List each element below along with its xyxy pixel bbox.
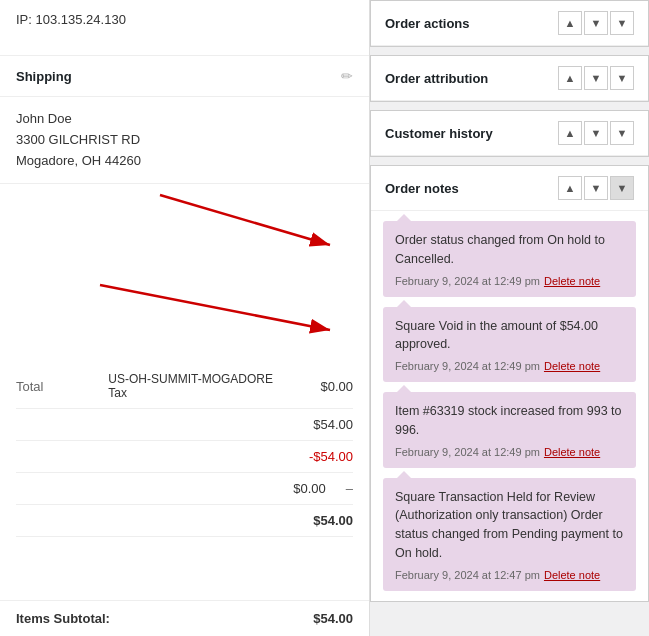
order-attribution-down-btn[interactable]: ▼ (584, 66, 608, 90)
note-item-2: Square Void in the amount of $54.00 appr… (383, 307, 636, 383)
note-2-text: Square Void in the amount of $54.00 appr… (395, 317, 624, 355)
discount-amount: -$54.00 (293, 449, 353, 464)
shipping-name: John Doe (16, 109, 353, 130)
svg-line-2 (100, 285, 330, 330)
note-2-date: February 9, 2024 at 12:49 pm (395, 360, 540, 372)
order-notes-down-btn[interactable]: ▼ (584, 176, 608, 200)
order-actions-up-btn[interactable]: ▲ (558, 11, 582, 35)
shipping-section-header: Shipping ✏ (0, 56, 369, 97)
note-item-1: Order status changed from On hold to Can… (383, 221, 636, 297)
order-actions-toggle-btn[interactable]: ▼ (610, 11, 634, 35)
order-attribution-title: Order attribution (385, 71, 488, 86)
order-actions-title: Order actions (385, 16, 470, 31)
net-dash: – (346, 481, 353, 496)
note-1-delete[interactable]: Delete note (544, 275, 600, 287)
tax-row: Total US-OH-SUMMIT-MOGADORE Tax $0.00 (16, 364, 353, 409)
order-actions-panel: Order actions ▲ ▼ ▼ (370, 0, 649, 47)
note-3-date: February 9, 2024 at 12:49 pm (395, 446, 540, 458)
svg-line-1 (160, 195, 330, 245)
customer-history-toggle-btn[interactable]: ▼ (610, 121, 634, 145)
order-actions-down-btn[interactable]: ▼ (584, 11, 608, 35)
shipping-title: Shipping (16, 69, 72, 84)
left-panel: IP: 103.135.24.130 Shipping ✏ John Doe 3… (0, 0, 370, 636)
note-1-meta: February 9, 2024 at 12:49 pm Delete note (395, 275, 624, 287)
tax-amount: $0.00 (293, 379, 353, 394)
customer-history-controls: ▲ ▼ ▼ (558, 121, 634, 145)
note-4-text: Square Transaction Held for Review (Auth… (395, 488, 624, 563)
note-item-3: Item #63319 stock increased from 993 to … (383, 392, 636, 468)
items-subtotal-value: $54.00 (313, 611, 353, 626)
subtotal-amount: $54.00 (293, 417, 353, 432)
note-3-text: Item #63319 stock increased from 993 to … (395, 402, 624, 440)
net-row: $0.00 – (16, 473, 353, 505)
shipping-edit-icon[interactable]: ✏ (341, 68, 353, 84)
order-attribution-toggle-btn[interactable]: ▼ (610, 66, 634, 90)
items-subtotal-label: Items Subtotal: (16, 611, 110, 626)
tax-name: US-OH-SUMMIT-MOGADORE Tax (108, 372, 293, 400)
shipping-address: John Doe 3300 GILCHRIST RD Mogadore, OH … (0, 97, 369, 184)
order-notes-header: Order notes ▲ ▼ ▼ (371, 166, 648, 211)
order-actions-header: Order actions ▲ ▼ ▼ (371, 1, 648, 46)
order-notes-controls: ▲ ▼ ▼ (558, 176, 634, 200)
subtotal-row: $54.00 (16, 409, 353, 441)
customer-history-header: Customer history ▲ ▼ ▼ (371, 111, 648, 156)
grand-total-amount: $54.00 (293, 513, 353, 528)
order-attribution-up-btn[interactable]: ▲ (558, 66, 582, 90)
note-3-meta: February 9, 2024 at 12:49 pm Delete note (395, 446, 624, 458)
shipping-street: 3300 GILCHRIST RD (16, 130, 353, 151)
order-notes-toggle-btn[interactable]: ▼ (610, 176, 634, 200)
order-attribution-panel: Order attribution ▲ ▼ ▼ (370, 55, 649, 102)
right-panel: Order actions ▲ ▼ ▼ Order attribution ▲ … (370, 0, 649, 636)
customer-history-title: Customer history (385, 126, 493, 141)
items-subtotal-row: Items Subtotal: $54.00 (0, 600, 369, 636)
note-item-4: Square Transaction Held for Review (Auth… (383, 478, 636, 591)
order-notes-title: Order notes (385, 181, 459, 196)
ip-section: IP: 103.135.24.130 (0, 0, 369, 56)
totals-section: Total US-OH-SUMMIT-MOGADORE Tax $0.00 $5… (0, 364, 369, 537)
order-attribution-controls: ▲ ▼ ▼ (558, 66, 634, 90)
order-actions-controls: ▲ ▼ ▼ (558, 11, 634, 35)
note-1-text: Order status changed from On hold to Can… (395, 231, 624, 269)
net-amount: $0.00 (266, 481, 326, 496)
grand-total-row: $54.00 (16, 505, 353, 537)
customer-history-down-btn[interactable]: ▼ (584, 121, 608, 145)
order-notes-up-btn[interactable]: ▲ (558, 176, 582, 200)
order-attribution-header: Order attribution ▲ ▼ ▼ (371, 56, 648, 101)
note-4-date: February 9, 2024 at 12:47 pm (395, 569, 540, 581)
note-2-meta: February 9, 2024 at 12:49 pm Delete note (395, 360, 624, 372)
shipping-city-state-zip: Mogadore, OH 44260 (16, 151, 353, 172)
customer-history-panel: Customer history ▲ ▼ ▼ (370, 110, 649, 157)
note-4-meta: February 9, 2024 at 12:47 pm Delete note (395, 569, 624, 581)
total-label: Total (16, 379, 108, 394)
ip-address: IP: 103.135.24.130 (16, 12, 353, 27)
note-2-delete[interactable]: Delete note (544, 360, 600, 372)
order-notes-panel: Order notes ▲ ▼ ▼ Order status changed f… (370, 165, 649, 602)
note-4-delete[interactable]: Delete note (544, 569, 600, 581)
note-3-delete[interactable]: Delete note (544, 446, 600, 458)
note-1-date: February 9, 2024 at 12:49 pm (395, 275, 540, 287)
customer-history-up-btn[interactable]: ▲ (558, 121, 582, 145)
discount-row: -$54.00 (16, 441, 353, 473)
